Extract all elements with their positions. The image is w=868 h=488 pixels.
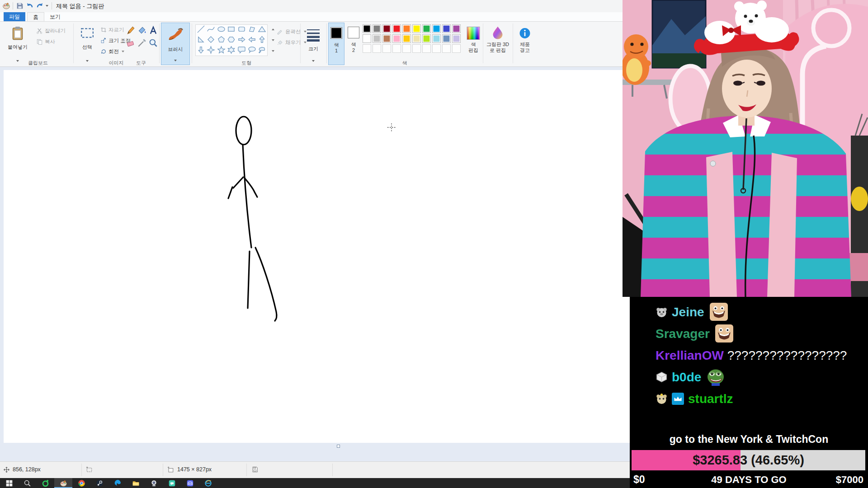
palette-swatch[interactable]: [422, 24, 431, 33]
palette-swatch-empty[interactable]: [392, 44, 401, 53]
palette-swatch-empty[interactable]: [412, 44, 421, 53]
five-point-star-shape[interactable]: [217, 46, 226, 56]
size-dropdown-icon[interactable]: [312, 60, 315, 62]
palette-swatch-empty[interactable]: [373, 44, 381, 53]
paint-canvas[interactable]: [4, 70, 631, 443]
brush-button[interactable]: 브러시: [161, 23, 190, 65]
palette-swatch[interactable]: [452, 24, 461, 33]
hexagon-shape[interactable]: [227, 35, 236, 46]
select-button[interactable]: 선택: [76, 23, 99, 65]
color-picker-tool[interactable]: [137, 38, 147, 48]
palette-swatch[interactable]: [432, 24, 441, 33]
pentagon-shape[interactable]: [217, 35, 226, 46]
four-point-star-shape[interactable]: [207, 46, 215, 56]
color1-button[interactable]: 색 1: [328, 23, 344, 65]
magnifier-tool[interactable]: [148, 38, 158, 48]
up-arrow-shape[interactable]: [258, 35, 266, 46]
internet-explorer-taskbar-icon[interactable]: [199, 478, 217, 488]
paint-app-icon: [2, 2, 10, 10]
palette-swatch[interactable]: [452, 34, 461, 43]
palette-swatch[interactable]: [442, 34, 451, 43]
palette-swatch-empty[interactable]: [432, 44, 441, 53]
chrome-taskbar-icon[interactable]: [72, 478, 90, 488]
down-arrow-shape[interactable]: [197, 46, 205, 56]
line-shape[interactable]: [197, 25, 205, 35]
camera-app-taskbar-icon[interactable]: [145, 478, 163, 488]
file-explorer-taskbar-icon[interactable]: [127, 478, 145, 488]
ellipse-shape[interactable]: [217, 25, 226, 35]
green-app-taskbar-icon[interactable]: [36, 478, 54, 488]
cut-button[interactable]: 잘라내기: [36, 26, 66, 35]
edit-colors-button[interactable]: 색 편집: [465, 23, 482, 65]
start-taskbar-icon[interactable]: [0, 478, 18, 488]
shapes-more-icon[interactable]: [270, 48, 276, 54]
palette-swatch-empty[interactable]: [363, 44, 371, 53]
left-arrow-shape[interactable]: [248, 35, 256, 46]
oval-callout-shape[interactable]: [248, 46, 256, 56]
palette-swatch[interactable]: [373, 24, 381, 33]
palette-swatch[interactable]: [432, 34, 441, 43]
paste-button[interactable]: 붙여넣기: [5, 23, 30, 65]
tab-view[interactable]: 보기: [46, 12, 64, 21]
pencil-tool[interactable]: [126, 25, 136, 35]
text-tool[interactable]: [148, 25, 158, 35]
palette-swatch-empty[interactable]: [422, 44, 431, 53]
palette-swatch[interactable]: [422, 34, 431, 43]
discord-taskbar-icon[interactable]: [181, 478, 199, 488]
palette-swatch-empty[interactable]: [402, 44, 411, 53]
tab-home[interactable]: 홈: [27, 12, 44, 21]
sub-badge-tan: [656, 391, 668, 403]
steam-taskbar-icon[interactable]: [90, 478, 108, 488]
rounded-callout-shape[interactable]: [237, 46, 246, 56]
product-alert-button[interactable]: 제품 경고: [514, 23, 535, 65]
right-triangle-shape[interactable]: [197, 35, 205, 46]
rectangle-shape[interactable]: [227, 25, 236, 35]
fill-tool[interactable]: [137, 25, 147, 35]
palette-swatch[interactable]: [402, 34, 411, 43]
rotate-dropdown-icon[interactable]: [122, 51, 124, 52]
shapes-scroll-down-icon[interactable]: [270, 37, 276, 43]
save-button[interactable]: [16, 2, 24, 10]
triangle-shape[interactable]: [258, 25, 266, 35]
palette-swatch[interactable]: [382, 24, 391, 33]
color2-button[interactable]: 색 2: [345, 23, 362, 65]
palette-swatch[interactable]: [412, 34, 421, 43]
palette-swatch[interactable]: [363, 34, 371, 43]
palette-swatch[interactable]: [392, 24, 401, 33]
right-arrow-shape[interactable]: [237, 35, 246, 46]
six-point-star-shape[interactable]: [227, 46, 236, 56]
search-taskbar-icon[interactable]: [18, 478, 36, 488]
tab-file[interactable]: 파일: [4, 12, 25, 21]
curve-shape[interactable]: [207, 25, 215, 35]
palette-swatch[interactable]: [412, 24, 421, 33]
palette-swatch[interactable]: [402, 24, 411, 33]
canvas-resize-handle[interactable]: [337, 445, 340, 448]
paint-taskbar-icon[interactable]: [54, 478, 72, 488]
palette-swatch-empty[interactable]: [442, 44, 451, 53]
eraser-tool[interactable]: [126, 38, 136, 48]
bits-badge: [656, 369, 668, 381]
size-button[interactable]: 크기: [302, 23, 325, 65]
rotate-button[interactable]: 회전: [100, 47, 124, 56]
palette-swatch[interactable]: [363, 24, 371, 33]
polygon-shape[interactable]: [248, 25, 256, 35]
edge-taskbar-icon[interactable]: [108, 478, 127, 488]
palette-swatch-empty[interactable]: [452, 44, 461, 53]
palette-swatch[interactable]: [373, 34, 381, 43]
streamlabs-taskbar-icon[interactable]: [163, 478, 181, 488]
copy-button[interactable]: 복사: [36, 37, 55, 46]
crop-button[interactable]: 자르기: [100, 25, 124, 34]
paint3d-button[interactable]: 그림판 3D로 편집: [485, 23, 511, 65]
palette-swatch[interactable]: [382, 34, 391, 43]
rounded-rectangle-shape[interactable]: [237, 25, 246, 35]
palette-swatch[interactable]: [442, 24, 451, 33]
qat-dropdown-icon[interactable]: [46, 5, 48, 7]
palette-swatch[interactable]: [392, 34, 401, 43]
diamond-shape[interactable]: [207, 35, 215, 46]
cloud-callout-shape[interactable]: [258, 46, 266, 56]
shapes-scroll-up-icon[interactable]: [270, 26, 276, 33]
brush-dropdown-icon[interactable]: [174, 60, 177, 61]
undo-button[interactable]: [26, 2, 34, 10]
palette-swatch-empty[interactable]: [382, 44, 391, 53]
redo-button[interactable]: [36, 2, 44, 10]
